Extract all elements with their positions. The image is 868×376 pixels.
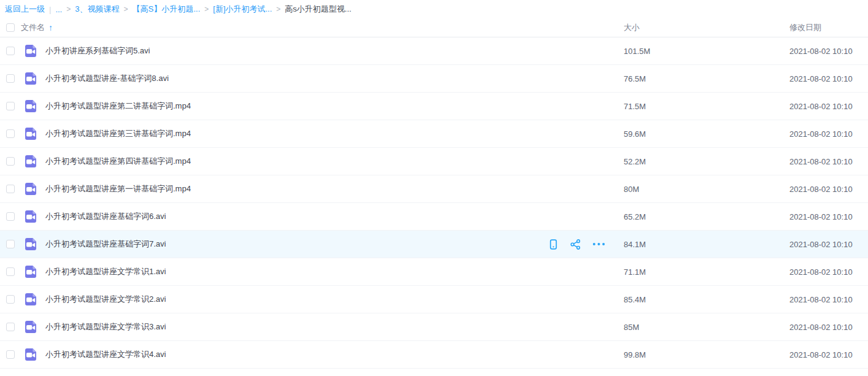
video-file-icon (23, 154, 38, 169)
file-name[interactable]: 小升初考试题型讲座基础字词6.avi (45, 211, 166, 222)
file-name-cell: 小升初考试题型讲座基础字词6.avi (45, 211, 622, 222)
row-checkbox[interactable] (6, 240, 15, 248)
file-size: 85M (622, 323, 788, 332)
table-row[interactable]: 小升初考试题型讲座文学常识3.avi 85M 2021-08-02 10:10 (0, 313, 868, 341)
file-size: 85.4M (622, 295, 788, 304)
file-name-cell: 小升初考试题型讲座第一讲基础字词.mp4 (45, 183, 622, 194)
table-row[interactable]: 小升初考试题型讲座第三讲基础字词.mp4 59.6M 2021-08-02 10… (0, 120, 868, 148)
video-file-icon (23, 44, 38, 58)
file-name[interactable]: 小升初考试题型讲座-基础字词8.avi (45, 73, 169, 84)
breadcrumb-separator: > (204, 5, 209, 13)
row-checkbox[interactable] (6, 157, 15, 166)
column-header-size[interactable]: 大小 (622, 22, 788, 33)
row-checkbox[interactable] (6, 102, 15, 110)
table-row[interactable]: 小升初考试题型讲座文学常识4.avi 99.8M 2021-08-02 10:1… (0, 341, 868, 369)
file-date: 2021-08-02 10:10 (788, 47, 868, 56)
file-date: 2021-08-02 10:10 (788, 129, 868, 139)
file-name[interactable]: 小升初讲座系列基础字词5.avi (45, 45, 150, 56)
table-row[interactable]: 小升初考试题型讲座文学常识1.avi 71.1M 2021-08-02 10:1… (0, 258, 868, 286)
breadcrumb-link[interactable]: [新]小升初考试... (213, 4, 272, 15)
file-size: 71.1M (622, 267, 788, 277)
row-checkbox[interactable] (6, 323, 15, 331)
file-name[interactable]: 小升初考试题型讲座第四讲基础字词.mp4 (45, 156, 191, 167)
file-date: 2021-08-02 10:10 (788, 157, 868, 166)
row-checkbox[interactable] (6, 350, 15, 359)
file-name-cell: 小升初考试题型讲座文学常识3.avi (45, 321, 622, 332)
video-file-icon (23, 209, 38, 224)
breadcrumb-link[interactable]: 3、视频课程 (75, 4, 119, 15)
file-date: 2021-08-02 10:10 (788, 185, 868, 194)
breadcrumb-items: ...>3、视频课程>【高S】小升初题...>[新]小升初考试...>高s小升初… (55, 4, 351, 15)
breadcrumb-separator: > (276, 5, 281, 13)
table-row[interactable]: 小升初考试题型讲座第一讲基础字词.mp4 80M 2021-08-02 10:1… (0, 175, 868, 203)
breadcrumb-link[interactable]: 【高S】小升初题... (133, 4, 201, 15)
video-file-icon (23, 347, 38, 362)
video-file-icon (23, 182, 38, 196)
breadcrumb-link[interactable]: ... (55, 5, 62, 14)
file-name-cell: 小升初考试题型讲座文学常识2.avi (45, 294, 622, 305)
table-row[interactable]: 小升初考试题型讲座第二讲基础字词.mp4 71.5M 2021-08-02 10… (0, 93, 868, 120)
breadcrumb-current: 高s小升初题型视... (285, 4, 351, 15)
table-row[interactable]: 小升初考试题型讲座第四讲基础字词.mp4 52.2M 2021-08-02 10… (0, 148, 868, 175)
table-row[interactable]: 小升初考试题型讲座基础字词7.avi (0, 231, 868, 258)
row-checkbox[interactable] (6, 74, 15, 83)
file-size: 101.5M (622, 47, 788, 56)
row-checkbox[interactable] (6, 267, 15, 276)
video-file-icon (23, 320, 38, 334)
video-file-icon (23, 126, 38, 141)
file-size: 59.6M (622, 129, 788, 139)
row-checkbox[interactable] (6, 295, 15, 304)
video-file-icon (23, 292, 38, 307)
file-size: 71.5M (622, 102, 788, 111)
file-date: 2021-08-02 10:10 (788, 295, 868, 304)
file-name-cell: 小升初考试题型讲座-基础字词8.avi (45, 73, 622, 84)
file-name-cell: 小升初讲座系列基础字词5.avi (45, 45, 622, 56)
file-size: 52.2M (622, 157, 788, 166)
select-all-checkbox[interactable] (6, 23, 15, 32)
column-header-name-label: 文件名 (21, 22, 45, 33)
file-name-cell: 小升初考试题型讲座第四讲基础字词.mp4 (45, 156, 622, 167)
column-header-name[interactable]: 文件名 ↑ (21, 22, 622, 33)
row-checkbox[interactable] (6, 129, 15, 138)
file-size: 80M (622, 185, 788, 194)
file-size: 99.8M (622, 350, 788, 359)
row-checkbox[interactable] (6, 185, 15, 193)
file-name[interactable]: 小升初考试题型讲座第二讲基础字词.mp4 (45, 101, 191, 112)
file-name[interactable]: 小升初考试题型讲座第三讲基础字词.mp4 (45, 128, 191, 139)
file-name-cell: 小升初考试题型讲座文学常识4.avi (45, 349, 622, 360)
file-name-cell: 小升初考试题型讲座文学常识1.avi (45, 266, 622, 277)
file-name[interactable]: 小升初考试题型讲座文学常识2.avi (45, 294, 166, 305)
file-name-cell: 小升初考试题型讲座第二讲基础字词.mp4 (45, 101, 622, 112)
breadcrumb-back-link[interactable]: 返回上一级 (5, 4, 45, 15)
column-header-date[interactable]: 修改日期 (788, 22, 868, 33)
breadcrumb-separator: > (123, 5, 128, 13)
file-date: 2021-08-02 10:10 (788, 212, 868, 221)
sort-ascending-icon: ↑ (48, 23, 53, 33)
file-list-header: 文件名 ↑ 大小 修改日期 (0, 18, 868, 37)
file-date: 2021-08-02 10:10 (788, 102, 868, 111)
send-to-phone-icon[interactable] (548, 239, 559, 250)
file-date: 2021-08-02 10:10 (788, 240, 868, 249)
file-name[interactable]: 小升初考试题型讲座文学常识4.avi (45, 349, 166, 360)
file-list: 小升初讲座系列基础字词5.avi 101.5M 2021-08-02 10:10… (0, 37, 868, 369)
table-row[interactable]: 小升初考试题型讲座文学常识2.avi 85.4M 2021-08-02 10:1… (0, 286, 868, 313)
file-name[interactable]: 小升初考试题型讲座基础字词7.avi (45, 239, 166, 250)
file-date: 2021-08-02 10:10 (788, 267, 868, 277)
file-name[interactable]: 小升初考试题型讲座文学常识1.avi (45, 266, 166, 277)
file-name[interactable]: 小升初考试题型讲座文学常识3.avi (45, 321, 166, 332)
file-size: 65.2M (622, 212, 788, 221)
table-row[interactable]: 小升初考试题型讲座-基础字词8.avi 76.5M 2021-08-02 10:… (0, 65, 868, 93)
table-row[interactable]: 小升初考试题型讲座基础字词6.avi 65.2M 2021-08-02 10:1… (0, 203, 868, 231)
file-size: 84.1M (622, 240, 788, 249)
row-checkbox[interactable] (6, 47, 15, 55)
video-file-icon (23, 264, 38, 279)
more-actions-icon[interactable] (592, 241, 606, 247)
file-name[interactable]: 小升初考试题型讲座第一讲基础字词.mp4 (45, 183, 191, 194)
file-date: 2021-08-02 10:10 (788, 323, 868, 332)
table-row[interactable]: 小升初讲座系列基础字词5.avi 101.5M 2021-08-02 10:10 (0, 37, 868, 65)
video-file-icon (23, 71, 38, 86)
share-icon[interactable] (570, 239, 581, 250)
row-checkbox[interactable] (6, 212, 15, 221)
breadcrumb-separator: > (66, 5, 71, 13)
breadcrumb: 返回上一级 | ...>3、视频课程>【高S】小升初题...>[新]小升初考试.… (0, 0, 868, 18)
